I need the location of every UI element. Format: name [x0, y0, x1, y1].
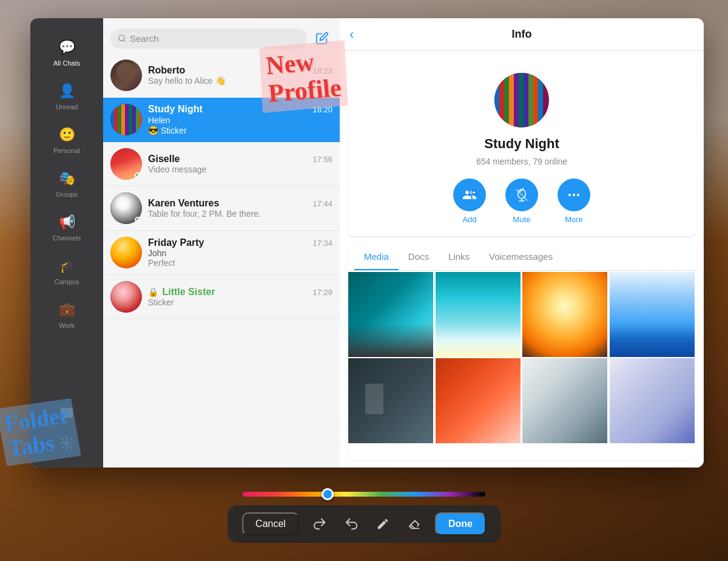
lock-icon: 🔒 [148, 287, 158, 297]
sidebar-bottom [30, 402, 103, 461]
sidebar-item-unread[interactable]: 👤 Unread [30, 74, 103, 118]
search-icon [118, 34, 126, 42]
color-slider-container [243, 488, 485, 500]
chat-info-little-sister: 🔒 Little Sister 17:29 Sticker [148, 287, 332, 307]
sidebar-label-unread: Unread [56, 103, 78, 110]
sidebar-label-personal: Personal [53, 147, 79, 154]
svg-point-7 [577, 194, 579, 196]
settings-icon[interactable] [55, 431, 79, 455]
media-tabs: Media Docs Links Voicemessages [347, 244, 696, 271]
chat-name-roberto: Roberto [148, 65, 185, 76]
more-circle [558, 178, 590, 211]
svg-line-2 [124, 40, 126, 42]
color-slider-track[interactable] [243, 492, 485, 497]
group-members: 654 members, 79 online [476, 157, 567, 166]
chat-list-header: Search [103, 18, 340, 53]
bottom-toolbar: Cancel Done [228, 505, 500, 543]
add-circle [453, 178, 486, 211]
tab-links[interactable]: Links [439, 244, 479, 270]
color-slider-thumb[interactable] [322, 488, 334, 500]
eraser-icon[interactable] [403, 513, 425, 535]
done-button[interactable]: Done [435, 512, 486, 536]
chat-items-list: Roberto 18:23 Say hello to Alice 👋 Study… [103, 53, 340, 467]
more-label: More [565, 215, 583, 224]
group-avatar [494, 73, 549, 127]
redo-button[interactable] [309, 513, 331, 535]
chat-item-friday-party[interactable]: Friday Party 17:34 John Perfect [103, 231, 340, 275]
profile-section: Study Night 654 members, 79 online Add [347, 58, 696, 237]
brush-icon[interactable] [372, 513, 394, 535]
all-chats-icon: 💬 [57, 38, 76, 57]
svg-point-6 [573, 194, 575, 196]
chat-preview-little-sister: Sticker [148, 298, 332, 307]
chat-item-little-sister[interactable]: 🔒 Little Sister 17:29 Sticker [103, 275, 340, 319]
back-button[interactable]: ‹ [349, 27, 354, 42]
sidebar-label-all-chats: All Chats [53, 59, 80, 67]
search-placeholder: Search [130, 33, 300, 44]
tab-media[interactable]: Media [354, 244, 399, 270]
add-label: Add [462, 215, 476, 224]
tab-docs[interactable]: Docs [399, 244, 439, 270]
chat-list-panel: Search Roberto 18:23 [103, 18, 340, 467]
avatar-friday-party [110, 237, 142, 268]
chat-time-friday-party: 17:34 [312, 239, 332, 248]
chat-time-little-sister: 17:29 [312, 288, 332, 297]
chat-item-karen[interactable]: Karen Ventures 17:44 Table for four, 2 P… [103, 186, 340, 231]
chat-time-roberto: 18:23 [312, 66, 332, 75]
avatar-giselle [110, 148, 142, 180]
mute-label: Mute [513, 215, 531, 224]
action-mute[interactable]: Mute [505, 178, 538, 224]
media-section: Media Docs Links Voicemessages [347, 244, 696, 460]
media-grid [347, 271, 696, 444]
media-thumb-3[interactable] [522, 272, 607, 357]
chat-info-friday-party: Friday Party 17:34 John Perfect [148, 237, 332, 268]
avatar-study-night [110, 104, 142, 135]
sidebar-item-campus[interactable]: 🎓 Campus [30, 249, 103, 293]
chat-info-study-night: Study Night 18:20 Helen 😎 Sticker [148, 104, 332, 135]
app-window: 💬 All Chats 👤 Unread 🙂 Personal 🎭 Groups… [30, 18, 704, 467]
chat-item-giselle[interactable]: Giselle 17:56 Video message [103, 142, 340, 186]
media-thumb-5[interactable] [348, 358, 433, 443]
sidebar-item-channels[interactable]: 📢 Channels [30, 205, 103, 249]
media-thumb-4[interactable] [610, 272, 695, 357]
undo-button[interactable] [340, 513, 362, 535]
chat-item-study-night[interactable]: Study Night 18:20 Helen 😎 Sticker [103, 98, 340, 142]
campus-icon: 🎓 [57, 256, 76, 276]
chat-item-roberto[interactable]: Roberto 18:23 Say hello to Alice 👋 [103, 53, 340, 98]
sidebar: 💬 All Chats 👤 Unread 🙂 Personal 🎭 Groups… [30, 18, 103, 467]
chat-name-little-sister: 🔒 Little Sister [148, 287, 215, 298]
sidebar-label-groups: Groups [56, 191, 78, 198]
sidebar-item-personal[interactable]: 🙂 Personal [30, 118, 103, 162]
sidebar-item-work[interactable]: 💼 Work [30, 293, 103, 336]
chat-preview-karen: Table for four, 2 PM. Be there. [148, 209, 332, 219]
work-icon: 💼 [57, 300, 76, 319]
action-buttons: Add Mute [453, 178, 590, 224]
avatar-roberto [110, 59, 142, 91]
media-thumb-1[interactable] [348, 272, 433, 357]
mute-circle [505, 178, 538, 211]
media-thumb-6[interactable] [436, 358, 521, 443]
group-name: Study Night [484, 136, 559, 152]
sidebar-item-groups[interactable]: 🎭 Groups [30, 162, 103, 205]
group-avatar-books [494, 73, 549, 127]
chat-info-karen: Karen Ventures 17:44 Table for four, 2 P… [148, 198, 332, 219]
action-more[interactable]: More [558, 178, 590, 224]
media-thumb-8[interactable] [610, 358, 695, 443]
chat-name-friday-party: Friday Party [148, 237, 204, 248]
chat-time-giselle: 17:56 [312, 155, 332, 164]
search-bar[interactable]: Search [110, 29, 307, 49]
chat-preview-friday-party: Perfect [148, 258, 332, 268]
compose-sidebar-icon[interactable] [55, 402, 79, 426]
tab-voicemessages[interactable]: Voicemessages [479, 244, 562, 270]
sidebar-item-all-chats[interactable]: 💬 All Chats [30, 30, 103, 74]
cancel-button[interactable]: Cancel [242, 512, 299, 536]
chat-preview-study-night: 😎 Sticker [148, 126, 332, 135]
media-thumb-7[interactable] [522, 358, 607, 443]
chat-info-giselle: Giselle 17:56 Video message [148, 154, 332, 174]
action-add[interactable]: Add [453, 178, 486, 224]
compose-button[interactable] [312, 28, 332, 49]
chat-sender-study-night: Helen [148, 115, 170, 125]
avatar-little-sister [110, 281, 142, 313]
media-thumb-2[interactable] [436, 272, 521, 357]
svg-point-5 [568, 194, 571, 196]
